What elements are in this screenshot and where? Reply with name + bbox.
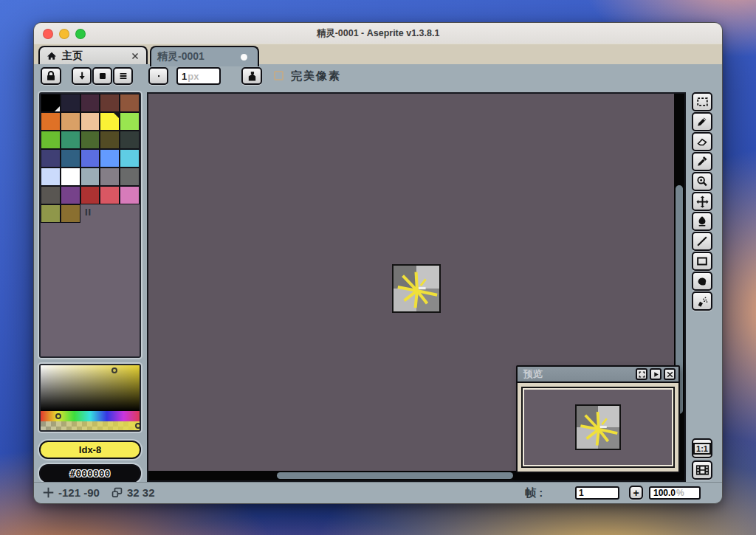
palette-swatch[interactable] <box>41 204 61 223</box>
palette-swatch[interactable] <box>61 131 80 149</box>
palette-swatch[interactable] <box>41 149 61 168</box>
brush-size-value: 1 <box>182 71 187 82</box>
color-picker <box>39 364 141 432</box>
palette-swatch[interactable] <box>80 94 100 112</box>
tool-pencil-button[interactable] <box>692 112 712 131</box>
tool-move-button[interactable] <box>692 192 712 211</box>
menu-icon <box>117 70 129 82</box>
palette-swatch[interactable] <box>41 112 61 131</box>
preview-panel: 预览 <box>516 365 680 473</box>
palette-swatch[interactable] <box>120 94 140 112</box>
rectangular-marquee-icon <box>695 95 709 108</box>
tool-rectangle-button[interactable] <box>692 252 712 271</box>
palette-swatch[interactable] <box>80 112 100 131</box>
unsaved-changes-dot <box>241 54 247 61</box>
add-frame-button[interactable]: + <box>629 486 643 500</box>
close-icon <box>666 370 674 379</box>
tool-contour-button[interactable] <box>692 272 712 291</box>
zoom-level-value: 100.0 <box>653 488 676 498</box>
palette-swatch[interactable] <box>100 168 120 186</box>
palette-swatch[interactable] <box>120 149 140 168</box>
palette-swatch[interactable] <box>41 186 61 204</box>
pencil-icon <box>695 115 709 128</box>
tool-zoom-button[interactable] <box>692 172 712 191</box>
preview-body <box>518 383 678 472</box>
palette-swatch[interactable] <box>61 186 80 204</box>
palette-swatch[interactable] <box>120 168 140 186</box>
palette-presets-button[interactable] <box>92 67 112 85</box>
palette-sort-button[interactable] <box>72 67 92 85</box>
tool-line-button[interactable] <box>692 232 712 251</box>
frame-number-input[interactable] <box>575 486 619 500</box>
tab-bar: 主页 精灵-0001 <box>34 44 722 64</box>
palette-swatch[interactable] <box>80 186 100 204</box>
tool-spray-button[interactable] <box>692 291 712 311</box>
tool-eyedropper-button[interactable] <box>692 152 712 171</box>
hue-slider[interactable] <box>41 411 140 421</box>
palette-swatch[interactable] <box>80 168 100 186</box>
palette-swatch[interactable] <box>61 168 80 186</box>
sprite-size-value: 32 32 <box>127 483 155 503</box>
alpha-slider[interactable] <box>41 421 140 430</box>
preview-close-button[interactable] <box>664 368 676 380</box>
palette-swatch[interactable] <box>41 131 61 149</box>
zoom-one-to-one-button[interactable]: 1:1 <box>692 438 712 458</box>
tab-home-close-icon[interactable] <box>130 51 140 61</box>
palette-swatch[interactable] <box>100 131 120 149</box>
brush-size-unit: px <box>188 71 199 82</box>
tool-paint-bucket-button[interactable] <box>692 212 712 231</box>
eraser-icon <box>695 135 709 148</box>
zoom-level-unit: % <box>676 488 684 498</box>
palette-swatch[interactable] <box>61 204 80 223</box>
preview-center-button[interactable] <box>636 368 647 380</box>
one-to-one-label: 1:1 <box>693 443 711 455</box>
rectangle-icon <box>695 255 709 268</box>
tab-home[interactable]: 主页 <box>38 46 148 64</box>
timeline-toggle-button[interactable] <box>692 460 712 480</box>
palette-swatch[interactable] <box>80 131 100 149</box>
palette-lock-button[interactable] <box>41 67 61 85</box>
tool-rectangular-marquee-button[interactable] <box>692 92 712 111</box>
titlebar[interactable]: 精灵-0001 - Aseprite v1.3.8.1 <box>34 23 722 44</box>
horizontal-scrollbar-thumb[interactable] <box>277 472 513 479</box>
pixel-perfect-label: 完美像素 <box>291 67 341 85</box>
palette-swatch[interactable] <box>100 112 120 131</box>
alpha-marker[interactable] <box>135 423 141 429</box>
preview-header[interactable]: 预览 <box>518 367 678 383</box>
brush-size-input[interactable]: 1 px <box>176 67 221 85</box>
color-index-pill[interactable]: Idx-8 <box>39 441 141 459</box>
pixel-perfect-checkbox[interactable] <box>274 71 284 80</box>
palette-swatch[interactable] <box>61 94 80 112</box>
tab-sprite[interactable]: 精灵-0001 <box>150 46 259 66</box>
palette-swatch[interactable] <box>61 112 80 131</box>
color-hex-pill[interactable]: #000000 <box>39 464 141 483</box>
play-icon <box>652 370 660 379</box>
tool-eraser-button[interactable] <box>692 132 712 151</box>
palette-swatch[interactable] <box>41 168 61 186</box>
frame-label: 帧 : <box>525 483 543 503</box>
preview-title: 预览 <box>523 367 543 381</box>
palette-resize-handle[interactable]: II <box>85 207 92 218</box>
preview-viewport[interactable] <box>521 387 675 468</box>
saturation-value-area[interactable] <box>41 365 140 411</box>
brush-dot-icon <box>153 70 165 82</box>
hue-marker[interactable] <box>55 413 61 419</box>
zoom-level-input[interactable]: 100.0 % <box>649 486 701 500</box>
brush-type-button[interactable] <box>148 67 168 85</box>
palette-swatch[interactable] <box>120 131 140 149</box>
satval-marker[interactable] <box>111 367 117 373</box>
ink-type-button[interactable] <box>241 67 262 85</box>
palette-swatch[interactable] <box>100 149 120 168</box>
palette-swatch[interactable] <box>100 186 120 204</box>
palette-swatch[interactable] <box>80 149 100 168</box>
lock-icon <box>44 69 58 83</box>
desktop: 精灵-0001 - Aseprite v1.3.8.1 主页 精灵-0001 <box>0 0 756 535</box>
palette-swatch[interactable] <box>41 94 61 112</box>
palette-swatch[interactable] <box>100 94 120 112</box>
preview-play-button[interactable] <box>650 368 662 380</box>
palette-swatch[interactable] <box>120 112 140 131</box>
cursor-position-value: -121 -90 <box>58 483 100 503</box>
palette-options-button[interactable] <box>113 67 133 85</box>
palette-swatch[interactable] <box>120 186 140 204</box>
palette-swatch[interactable] <box>61 149 80 168</box>
